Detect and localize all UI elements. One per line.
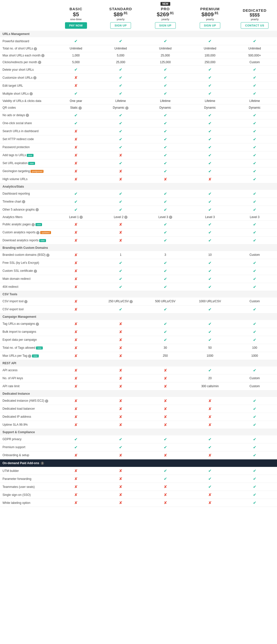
plan-header-dedicated: DEDICATED $$$$ yearly CONTACT US bbox=[232, 0, 277, 31]
plan-cell: ✔ bbox=[232, 366, 277, 374]
table-row: Set HTTP redirect code✘✔✔✔✔ bbox=[0, 135, 277, 143]
plan-button-pro[interactable]: SIGN UP bbox=[155, 22, 176, 29]
plan-cell: ✘ bbox=[98, 228, 143, 236]
info-icon[interactable]: i bbox=[36, 208, 39, 211]
info-icon[interactable]: i bbox=[34, 47, 37, 50]
check-icon: ✔ bbox=[164, 76, 167, 80]
plan-cell: ✔ bbox=[232, 228, 277, 236]
check-icon: ✔ bbox=[208, 153, 211, 158]
info-icon[interactable]: i bbox=[46, 254, 50, 257]
cross-icon: ✘ bbox=[74, 307, 78, 312]
plan-cell: ✔ bbox=[54, 443, 98, 451]
plan-cell: Level 1i bbox=[54, 214, 98, 220]
plan-button-basic[interactable]: PAY NOW bbox=[65, 22, 87, 29]
feature-name-cell: Validity of URLs & clicks data bbox=[0, 98, 54, 104]
table-row: Parameter forwarding✘✘✔✔✔ bbox=[0, 475, 277, 483]
info-icon[interactable]: i bbox=[45, 400, 48, 403]
cell-value: Dynamic bbox=[204, 106, 216, 110]
info-icon[interactable]: i bbox=[24, 300, 28, 303]
cell-value: 1 bbox=[120, 253, 122, 256]
check-icon: ✔ bbox=[74, 68, 78, 72]
plan-cell: Dynamic bbox=[143, 104, 188, 111]
plan-cell: ✔ bbox=[143, 111, 188, 119]
check-icon: ✔ bbox=[208, 200, 211, 204]
check-icon: ✔ bbox=[253, 500, 256, 505]
check-icon: ✔ bbox=[164, 307, 167, 312]
info-icon[interactable]: i bbox=[41, 462, 44, 465]
info-icon[interactable]: i bbox=[33, 76, 37, 80]
feature-label: Max URLs per Tag bbox=[3, 354, 27, 358]
feature-name-cell: CSV import tooli bbox=[0, 298, 54, 306]
plan-cell: ✔ bbox=[98, 119, 143, 127]
info-icon[interactable]: i bbox=[80, 216, 83, 219]
info-icon[interactable]: i bbox=[30, 92, 33, 96]
info-icon[interactable]: i bbox=[125, 106, 129, 110]
check-icon: ✔ bbox=[253, 238, 256, 242]
plan-cell: Level 3 bbox=[232, 214, 277, 220]
check-icon: ✔ bbox=[74, 121, 78, 126]
plan-cell: ✔ bbox=[232, 475, 277, 483]
plan-cell: ✘ bbox=[188, 397, 232, 405]
info-icon[interactable]: i bbox=[36, 322, 39, 326]
feature-label: Timeline chart bbox=[3, 200, 21, 203]
plan-cell: ✔ bbox=[98, 275, 143, 283]
feature-label: High volume URLs bbox=[3, 177, 28, 181]
cross-icon: ✘ bbox=[119, 423, 122, 427]
info-icon[interactable]: i bbox=[124, 216, 128, 219]
plan-button-dedicated[interactable]: CONTACT US bbox=[241, 22, 268, 29]
plan-cell: ✔ bbox=[143, 135, 188, 143]
check-icon: ✔ bbox=[253, 230, 256, 234]
info-icon[interactable]: i bbox=[32, 223, 35, 226]
plan-cell: ✘ bbox=[54, 499, 98, 507]
info-icon[interactable]: i bbox=[22, 200, 25, 203]
plan-cell: ✔ bbox=[232, 135, 277, 143]
feature-label: Max short URLs each month bbox=[3, 54, 41, 57]
plan-cell: ✔ bbox=[188, 283, 232, 291]
check-icon: ✔ bbox=[253, 338, 256, 342]
plan-button-premium[interactable]: SIGN UP bbox=[200, 22, 220, 29]
check-icon: ✔ bbox=[164, 68, 167, 72]
plan-cell: Unlimited bbox=[143, 45, 188, 52]
info-icon[interactable]: i bbox=[34, 270, 37, 273]
plan-cell: ✔ bbox=[143, 143, 188, 151]
check-icon: ✔ bbox=[119, 285, 122, 289]
cell-value: 500 URLs/CSV bbox=[155, 300, 175, 303]
plan-cell: ✔ bbox=[188, 159, 232, 167]
info-icon[interactable]: i bbox=[36, 231, 40, 234]
check-icon: ✔ bbox=[119, 68, 122, 72]
check-icon: ✔ bbox=[119, 84, 122, 88]
section-label: Campaign Management bbox=[0, 313, 277, 320]
info-icon[interactable]: i bbox=[28, 354, 31, 358]
check-icon: ✔ bbox=[253, 330, 256, 334]
info-icon[interactable]: i bbox=[26, 114, 29, 117]
check-icon: ✔ bbox=[74, 445, 78, 450]
check-icon: ✔ bbox=[253, 92, 256, 96]
plan-cell: ✔ bbox=[98, 436, 143, 444]
plan-cell: ✘ bbox=[98, 167, 143, 175]
info-icon[interactable]: i bbox=[38, 61, 41, 64]
plan-cell: ✔ bbox=[232, 483, 277, 491]
plan-cell: ✔ bbox=[54, 90, 98, 98]
feature-label: Geo/region targeting bbox=[3, 169, 30, 173]
feature-name-cell: Search URLs in dashboard bbox=[0, 127, 54, 135]
info-icon[interactable]: i bbox=[169, 216, 172, 219]
cell-value: Lifetime bbox=[205, 99, 215, 103]
plan-cell: 300 calls/min bbox=[188, 382, 232, 390]
table-row: Multiple short URLsi✔✔✔✔✔ bbox=[0, 90, 277, 98]
check-icon: ✔ bbox=[164, 113, 167, 118]
check-icon: ✔ bbox=[74, 200, 78, 204]
plan-button-standard[interactable]: SIGN UP bbox=[110, 22, 131, 29]
table-row: Premium support✔✔✔✔✔ bbox=[0, 443, 277, 451]
plan-cell: Lifetime bbox=[232, 98, 277, 104]
info-icon[interactable]: i bbox=[41, 54, 45, 57]
info-icon[interactable]: i bbox=[79, 106, 82, 110]
table-row: Main domain redirect✘✔✔✔✔ bbox=[0, 275, 277, 283]
check-icon: ✔ bbox=[208, 208, 211, 212]
plan-cell: ✔ bbox=[143, 336, 188, 344]
section-label: Support & Compliance bbox=[0, 429, 277, 436]
plan-cell: ✔ bbox=[232, 206, 277, 214]
check-icon: ✔ bbox=[119, 121, 122, 126]
info-icon[interactable]: i bbox=[130, 300, 133, 303]
plan-cell: ✘ bbox=[54, 251, 98, 259]
check-icon: ✔ bbox=[253, 200, 256, 204]
